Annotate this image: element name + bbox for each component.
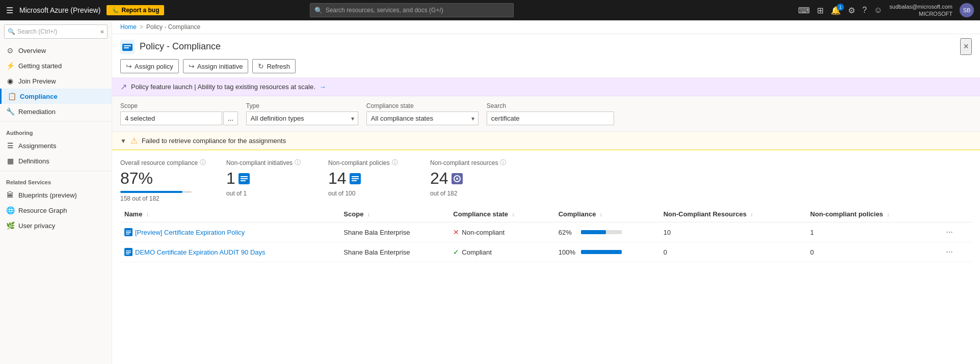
- compliance-table: Name ↕ Scope ↕ Compliance state ↕ Comp: [120, 206, 972, 262]
- row-more-button[interactable]: ···: [942, 227, 957, 238]
- compliant-icon: ✓: [453, 248, 459, 256]
- col-ncr-sort-icon[interactable]: ↕: [751, 212, 753, 217]
- overall-label: Overall resource compliance: [120, 159, 198, 166]
- sidebar-item-assignments[interactable]: ☰ Assignments: [0, 138, 112, 153]
- state-select-wrapper: All compliance states Compliant Non-comp…: [366, 111, 479, 125]
- svg-rect-6: [241, 178, 248, 179]
- initiatives-info-icon[interactable]: ⓘ: [295, 158, 301, 167]
- warning-banner[interactable]: ▼ ⚠ Failed to retrieve compliance for th…: [112, 132, 980, 150]
- cell-ncp: 0: [806, 242, 938, 262]
- resources-info-icon[interactable]: ⓘ: [500, 158, 506, 167]
- svg-point-14: [456, 178, 458, 180]
- overall-progress-fill: [120, 191, 182, 193]
- app-title: Microsoft Azure (Preview): [19, 6, 100, 14]
- sidebar-item-blueprints[interactable]: 🏛 Blueprints (preview): [0, 187, 112, 203]
- assign-policy-button[interactable]: ↪ Assign policy: [120, 59, 179, 73]
- cloud-shell-icon[interactable]: ⌨: [798, 6, 810, 15]
- app-body: 🔍 « ⊙ Overview ⚡ Getting started ◉ Join …: [0, 20, 980, 364]
- policies-info-icon[interactable]: ⓘ: [392, 158, 398, 167]
- row-more-button[interactable]: ···: [942, 246, 957, 258]
- summary-initiatives: Non-compliant initiatives ⓘ 1 out of 1: [226, 158, 308, 202]
- sidebar-item-remediation[interactable]: 🔧 Remediation: [0, 104, 112, 119]
- overall-value: 87%: [120, 169, 206, 188]
- cell-ncr: 10: [659, 222, 806, 242]
- sidebar-item-definitions[interactable]: ▦ Definitions: [0, 153, 112, 169]
- col-scope-sort-icon[interactable]: ↕: [367, 212, 370, 217]
- hamburger-icon[interactable]: ☰: [6, 6, 13, 15]
- refresh-button[interactable]: ↻ Refresh: [252, 59, 296, 73]
- sidebar-item-label: Remediation: [18, 108, 56, 116]
- compliance-bar-fill: [581, 230, 606, 234]
- breadcrumb-current: Policy - Compliance: [146, 23, 200, 31]
- compliance-bar: [581, 250, 622, 254]
- search-filter-input[interactable]: [487, 111, 614, 125]
- sidebar: 🔍 « ⊙ Overview ⚡ Getting started ◉ Join …: [0, 20, 112, 364]
- main-content: Home > Policy - Compliance Policy - Comp…: [112, 20, 980, 364]
- col-ncp-sort-icon[interactable]: ↕: [887, 212, 889, 217]
- svg-rect-5: [241, 176, 248, 177]
- sidebar-item-resource-graph[interactable]: 🌐 Resource Graph: [0, 203, 112, 218]
- svg-rect-7: [241, 180, 246, 181]
- sidebar-item-label: Join Preview: [18, 77, 56, 85]
- resources-value: 24: [430, 169, 512, 188]
- breadcrumb: Home > Policy - Compliance: [112, 20, 980, 34]
- type-label: Type: [246, 102, 358, 109]
- cell-compliance: 100%: [554, 242, 659, 262]
- sidebar-item-compliance[interactable]: 📋 Compliance: [0, 89, 112, 104]
- remediation-icon: 🔧: [6, 107, 14, 116]
- settings-icon[interactable]: ⚙: [848, 6, 855, 15]
- sidebar-search-input[interactable]: [17, 28, 98, 35]
- blueprints-icon: 🏛: [6, 191, 14, 199]
- user-info: sudbalas@microsoft.com MICROSOFT: [889, 3, 952, 18]
- table-body: [Preview] Certificate Expiration Policy …: [120, 222, 972, 262]
- initiatives-sub: out of 1: [226, 190, 308, 197]
- top-nav-icons: ⌨ ⊞ 🔔 1 ⚙ ? ☺ sudbalas@microsoft.com MIC…: [798, 3, 974, 18]
- cell-scope: Shane Bala Enterprise: [339, 222, 449, 242]
- scope-input[interactable]: [120, 111, 222, 125]
- definitions-icon: ▦: [6, 157, 14, 165]
- user-avatar[interactable]: SB: [960, 3, 974, 17]
- sidebar-item-join-preview[interactable]: ◉ Join Preview: [0, 73, 112, 89]
- initiatives-label: Non-compliant initiatives: [226, 159, 293, 166]
- state-select[interactable]: All compliance states Compliant Non-comp…: [366, 111, 479, 125]
- summary-row: Overall resource compliance ⓘ 87% 158 ou…: [112, 150, 980, 206]
- scope-picker-button[interactable]: ...: [223, 111, 238, 125]
- col-compliance-sort-icon[interactable]: ↕: [600, 212, 602, 217]
- close-button[interactable]: ×: [960, 38, 972, 55]
- sidebar-item-label: Assignments: [18, 142, 56, 150]
- help-icon[interactable]: ?: [862, 6, 867, 15]
- overview-icon: ⊙: [6, 46, 14, 54]
- banner-link[interactable]: →: [320, 83, 326, 91]
- policies-value: 14: [328, 169, 410, 188]
- compliance-pct: 62%: [559, 229, 577, 236]
- filters-row: Scope ... Type All definition types Init…: [112, 96, 980, 132]
- sidebar-item-overview[interactable]: ⊙ Overview: [0, 43, 112, 58]
- overall-info-icon[interactable]: ⓘ: [200, 158, 206, 167]
- assign-initiative-button[interactable]: ↪ Assign initiative: [183, 59, 249, 73]
- sidebar-collapse-button[interactable]: «: [100, 28, 104, 35]
- compliance-bar-fill: [581, 250, 622, 254]
- sidebar-search[interactable]: 🔍 «: [4, 24, 108, 39]
- notifications-icon[interactable]: 🔔 1: [831, 6, 841, 15]
- svg-rect-3: [124, 47, 129, 48]
- breadcrumb-home[interactable]: Home: [120, 23, 137, 31]
- type-select[interactable]: All definition types Initiative Policy: [246, 111, 358, 125]
- sidebar-item-user-privacy[interactable]: 🌿 User privacy: [0, 218, 112, 233]
- svg-rect-9: [352, 176, 359, 177]
- overall-sub: 158 out of 182: [120, 195, 206, 202]
- report-bug-button[interactable]: 🐛 Report a bug: [107, 5, 164, 15]
- feedback-icon[interactable]: ☺: [874, 6, 882, 15]
- cell-state: ✕ Non-compliant: [449, 222, 554, 242]
- global-search-bar[interactable]: 🔍: [310, 3, 514, 17]
- global-search-input[interactable]: [326, 7, 509, 14]
- sidebar-item-getting-started[interactable]: ⚡ Getting started: [0, 58, 112, 73]
- refresh-icon: ↻: [258, 62, 264, 70]
- cell-ncp: 1: [806, 222, 938, 242]
- col-state-sort-icon[interactable]: ↕: [512, 212, 515, 217]
- resources-sub: out of 182: [430, 190, 512, 197]
- col-name-sort-icon[interactable]: ↕: [146, 212, 149, 217]
- row-name-link[interactable]: [Preview] Certificate Expiration Policy: [124, 228, 335, 236]
- row-name-link[interactable]: DEMO Certificate Expiration AUDIT 90 Day…: [124, 248, 335, 256]
- notification-count: 1: [837, 4, 844, 11]
- portal-settings-icon[interactable]: ⊞: [817, 6, 824, 15]
